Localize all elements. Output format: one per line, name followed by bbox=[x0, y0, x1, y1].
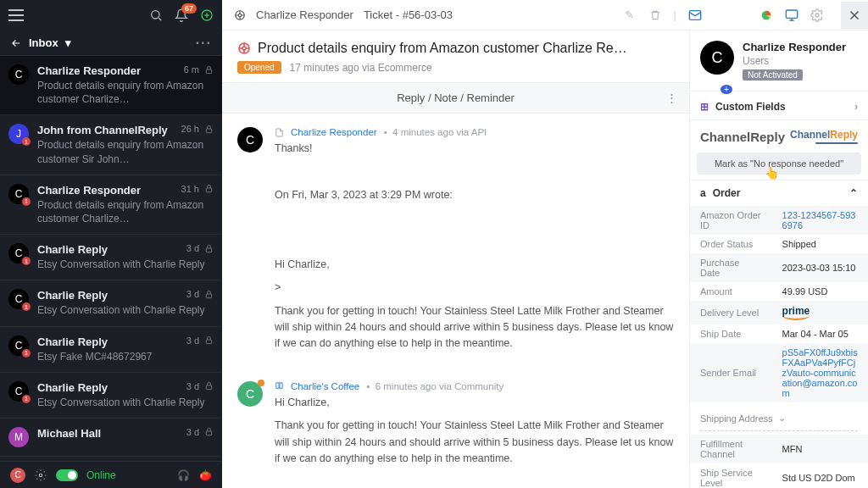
kv-key: Ship Date bbox=[690, 324, 772, 343]
ticket-time: 3 d bbox=[186, 336, 199, 346]
chevron-down-icon: ⌄ bbox=[778, 413, 786, 424]
add-contact-button[interactable]: + bbox=[721, 85, 732, 94]
reply-bar-label[interactable]: Reply / Note / Reminder bbox=[397, 92, 515, 104]
ticket-item[interactable]: M Michael Hall 3 d bbox=[0, 419, 222, 457]
prime-logo: prime bbox=[782, 305, 810, 320]
svg-point-18 bbox=[242, 47, 246, 50]
amazon-icon: a bbox=[700, 187, 706, 199]
hamburger-menu[interactable] bbox=[8, 9, 24, 21]
ticket-preview: Etsy Conversation with Charlie Reply bbox=[37, 303, 214, 317]
kv-key: Ship Service Level bbox=[690, 463, 772, 488]
mail-icon[interactable] bbox=[688, 8, 702, 22]
message: C Charlie's Coffee • 6 minutes ago via C… bbox=[237, 381, 674, 474]
add-icon[interactable] bbox=[200, 8, 214, 22]
lock-icon bbox=[204, 244, 214, 253]
ticket-time: 3 d bbox=[186, 243, 199, 253]
custom-fields-toggle[interactable]: ⊞ Custom Fields › bbox=[690, 94, 868, 120]
svg-point-10 bbox=[39, 474, 42, 477]
lock-icon bbox=[204, 381, 214, 391]
close-button[interactable] bbox=[841, 2, 868, 29]
inbox-dropdown-icon[interactable]: ▾ bbox=[65, 36, 71, 49]
message-text: Hi Charlize,Thank you for getting in tou… bbox=[275, 395, 674, 468]
ticket-item[interactable]: C Charlize Responder Product details enq… bbox=[0, 175, 222, 235]
status-toggle[interactable] bbox=[56, 469, 78, 481]
mark-no-response-button[interactable]: Mark as "No response needed" bbox=[697, 152, 861, 175]
ticket-time: 3 d bbox=[186, 289, 199, 299]
kv-key: Fulfillment Channel bbox=[690, 435, 772, 463]
bell-icon[interactable]: 67 bbox=[175, 8, 188, 22]
svg-rect-4 bbox=[206, 188, 211, 192]
ticket-list: C Charlize Responder Product details enq… bbox=[0, 56, 222, 461]
settings-icon[interactable] bbox=[810, 8, 824, 22]
headset-icon[interactable]: 🎧 bbox=[176, 469, 190, 482]
gear-icon[interactable] bbox=[34, 469, 47, 482]
ticket-avatar: M bbox=[8, 427, 29, 447]
back-icon[interactable] bbox=[10, 37, 22, 49]
kv-value: Mar 04 - Mar 05 bbox=[782, 329, 849, 339]
ticket-preview: Product details enquiry from Amazon cust… bbox=[37, 79, 214, 106]
channelreply-logo: ChannelReply bbox=[790, 129, 858, 144]
message-author[interactable]: Charlie's Coffee bbox=[291, 381, 359, 391]
kv-key: Amazon Order ID bbox=[690, 206, 772, 235]
ticket-time: 3 d bbox=[186, 427, 199, 437]
kv-key: Delivery Level bbox=[690, 301, 772, 324]
kv-value-link[interactable]: 123-1234567-5936976 bbox=[782, 210, 856, 230]
lock-icon bbox=[204, 290, 214, 299]
profile-badge: Not Activated bbox=[743, 69, 803, 80]
channelreply-title: ChannelReply bbox=[700, 130, 785, 144]
ticket-preview: Etsy Conversation with Charlie Reply bbox=[37, 396, 214, 409]
lock-icon bbox=[204, 125, 214, 134]
message-meta: • 4 minutes ago via API bbox=[384, 127, 487, 137]
ticket-item[interactable]: C Charlie Reply Etsy Conversation with C… bbox=[0, 235, 222, 280]
message-author[interactable]: Charlize Responder bbox=[291, 127, 377, 137]
status-pill: Opened bbox=[237, 61, 281, 74]
notif-badge: 67 bbox=[181, 3, 197, 14]
svg-rect-9 bbox=[206, 431, 211, 435]
svg-rect-7 bbox=[206, 340, 211, 344]
message-text: Thanks! On Fri, Mar 3, 2023 at 3:29 PM w… bbox=[275, 141, 674, 352]
kv-row: Ship Service LevelStd US D2D Dom bbox=[690, 463, 868, 488]
profile-name: Charlize Responder bbox=[743, 41, 846, 53]
kv-value: 2023-03-03 15:10 bbox=[782, 263, 856, 273]
kv-row: Purchase Date2023-03-03 15:10 bbox=[690, 253, 868, 282]
ticket-time: 6 m bbox=[184, 64, 199, 75]
message-type-icon bbox=[275, 128, 284, 137]
edit-icon[interactable]: ✎ bbox=[623, 8, 637, 22]
kv-key: Sender Email bbox=[690, 343, 772, 402]
kv-row: Sender EmailpS5aFX0ffJu9xbisFXAaPVa4PyfF… bbox=[690, 343, 868, 402]
message: C Charlize Responder • 4 minutes ago via… bbox=[237, 127, 674, 359]
svg-point-16 bbox=[815, 14, 819, 17]
footer-avatar[interactable]: C bbox=[10, 468, 25, 483]
chevron-up-icon: ⌃ bbox=[849, 187, 858, 199]
ticket-avatar: C bbox=[8, 184, 29, 204]
kv-key: Purchase Date bbox=[690, 253, 772, 282]
monitor-icon[interactable] bbox=[785, 8, 798, 22]
profile-avatar: C bbox=[700, 41, 734, 75]
kv-value-link[interactable]: pS5aFX0ffJu9xbisFXAaPVa4PyfFCjzVauto-com… bbox=[782, 347, 858, 398]
trash-icon[interactable] bbox=[648, 8, 662, 22]
chevron-right-icon: › bbox=[854, 101, 858, 113]
breadcrumb-name[interactable]: Charlize Responder bbox=[256, 8, 353, 21]
order-section-toggle[interactable]: a Order ⌃ bbox=[690, 180, 868, 206]
inbox-more-icon[interactable]: ··· bbox=[196, 36, 212, 51]
kv-key: Amount bbox=[690, 282, 772, 301]
reply-more-icon[interactable]: ⋮ bbox=[666, 92, 677, 104]
ticket-item[interactable]: C Charlie Reply Etsy Conversation with C… bbox=[0, 280, 222, 326]
ticket-item[interactable]: C Charlie Reply Etsy Conversation with C… bbox=[0, 373, 222, 419]
lock-icon bbox=[204, 184, 214, 193]
tomato-icon[interactable]: 🍅 bbox=[198, 469, 212, 482]
pie-icon[interactable] bbox=[760, 8, 773, 22]
ticket-item[interactable]: C Charlie Reply Etsy Fake MC#48672967 3 … bbox=[0, 327, 222, 373]
kv-row: Amazon Order ID123-1234567-5936976 bbox=[690, 206, 868, 235]
ticket-item[interactable]: J John from ChannelReply Product details… bbox=[0, 115, 222, 175]
kv-row: Amount49.99 USD bbox=[690, 282, 868, 301]
ticket-preview: Etsy Fake MC#48672967 bbox=[37, 350, 214, 363]
ticket-avatar: C bbox=[8, 289, 29, 309]
shipping-address-toggle[interactable]: Shipping Address ⌄ bbox=[700, 406, 858, 431]
ticket-item[interactable]: C Charlize Responder Product details enq… bbox=[0, 56, 222, 115]
svg-rect-3 bbox=[206, 129, 211, 133]
ticket-preview: Product details enquiry from Amazon cust… bbox=[37, 198, 214, 225]
ticket-timeline: 17 minutes ago via Ecommerce bbox=[290, 62, 432, 74]
kv-row: Fulfillment ChannelMFN bbox=[690, 435, 868, 463]
search-icon[interactable] bbox=[149, 8, 163, 22]
